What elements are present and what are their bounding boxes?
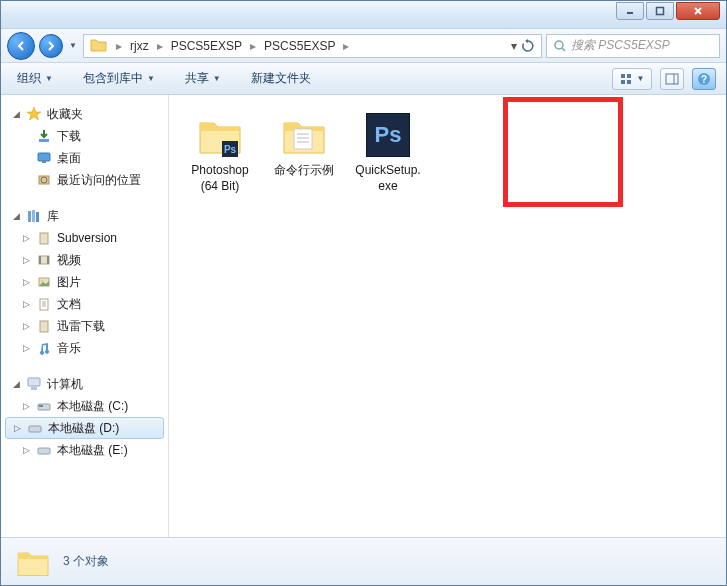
favorites-header[interactable]: ◢ 收藏夹 xyxy=(1,103,168,125)
breadcrumb-item[interactable]: rjxz xyxy=(126,39,153,53)
breadcrumb-item[interactable]: PSCS5EXSP xyxy=(167,39,246,53)
expand-arrow-icon[interactable]: ▷ xyxy=(21,277,31,287)
svg-rect-38 xyxy=(38,448,50,454)
status-text: 3 个对象 xyxy=(63,553,109,570)
svg-rect-36 xyxy=(39,405,43,407)
file-item-folder[interactable]: Ps Photoshop (64 Bit) xyxy=(181,107,259,198)
include-menu[interactable]: 包含到库中 ▼ xyxy=(77,66,161,91)
svg-rect-39 xyxy=(294,129,312,149)
sidebar-item-drive-e[interactable]: ▷本地磁盘 (E:) xyxy=(1,439,168,461)
svg-point-4 xyxy=(555,41,563,49)
library-icon xyxy=(35,230,53,246)
maximize-button[interactable] xyxy=(646,2,674,20)
folder-icon: Ps xyxy=(196,111,244,159)
sidebar-item-recent[interactable]: 最近访问的位置 xyxy=(1,169,168,191)
sidebar-item-subversion[interactable]: ▷Subversion xyxy=(1,227,168,249)
share-menu[interactable]: 共享 ▼ xyxy=(179,66,227,91)
sidebar-item-desktop[interactable]: 桌面 xyxy=(1,147,168,169)
computer-icon xyxy=(25,376,43,392)
file-label: QuickSetup.exe xyxy=(353,163,423,194)
close-button[interactable] xyxy=(676,2,720,20)
sidebar-item-drive-c[interactable]: ▷本地磁盘 (C:) xyxy=(1,395,168,417)
collapse-arrow-icon[interactable]: ◢ xyxy=(11,379,21,389)
sidebar-item-xunlei[interactable]: ▷迅雷下载 xyxy=(1,315,168,337)
window-controls xyxy=(616,2,720,20)
libraries-group: ◢ 库 ▷Subversion ▷视频 ▷图片 ▷文档 ▷迅雷下载 ▷音乐 xyxy=(1,205,168,359)
expand-arrow-icon[interactable]: ▷ xyxy=(12,423,22,433)
file-item-exe[interactable]: Ps QuickSetup.exe xyxy=(349,107,427,198)
history-dropdown[interactable]: ▼ xyxy=(67,36,79,56)
sidebar-item-pictures[interactable]: ▷图片 xyxy=(1,271,168,293)
explorer-window: ▼ ▸ rjxz ▸ PSCS5EXSP ▸ PSCS5EXSP ▸ ▾ 搜索 … xyxy=(0,0,727,586)
sidebar-item-music[interactable]: ▷音乐 xyxy=(1,337,168,359)
expand-arrow-icon[interactable]: ▷ xyxy=(21,233,31,243)
file-list[interactable]: Ps Photoshop (64 Bit) 命令行示例 Ps QuickSetu… xyxy=(169,95,726,537)
folder-icon xyxy=(280,111,328,159)
svg-rect-15 xyxy=(38,153,50,161)
svg-rect-7 xyxy=(627,74,631,78)
help-button[interactable]: ? xyxy=(692,68,716,90)
svg-rect-37 xyxy=(29,426,41,432)
sidebar-item-videos[interactable]: ▷视频 xyxy=(1,249,168,271)
expand-arrow-icon[interactable]: ▷ xyxy=(21,321,31,331)
svg-rect-10 xyxy=(666,74,678,84)
expand-arrow-icon[interactable]: ▷ xyxy=(21,299,31,309)
chevron-down-icon[interactable]: ▾ xyxy=(507,39,521,53)
favorites-group: ◢ 收藏夹 下载 桌面 最近访问的位置 xyxy=(1,103,168,191)
minimize-button[interactable] xyxy=(616,2,644,20)
forward-button[interactable] xyxy=(39,34,63,58)
organize-menu[interactable]: 组织 ▼ xyxy=(11,66,59,91)
expand-arrow-icon[interactable]: ▷ xyxy=(21,445,31,455)
svg-rect-16 xyxy=(42,161,46,163)
svg-rect-20 xyxy=(32,210,35,222)
svg-text:?: ? xyxy=(701,74,707,85)
sidebar-item-downloads[interactable]: 下载 xyxy=(1,125,168,147)
chevron-right-icon[interactable]: ▸ xyxy=(339,39,353,53)
refresh-button[interactable]: ▾ xyxy=(507,39,535,53)
video-icon xyxy=(35,252,53,268)
search-input[interactable]: 搜索 PSCS5EXSP xyxy=(546,34,720,58)
document-icon xyxy=(35,296,53,312)
svg-rect-14 xyxy=(39,139,49,142)
svg-rect-25 xyxy=(47,256,49,264)
libraries-header[interactable]: ◢ 库 xyxy=(1,205,168,227)
chevron-right-icon[interactable]: ▸ xyxy=(153,39,167,53)
breadcrumb[interactable]: ▸ rjxz ▸ PSCS5EXSP ▸ PSCS5EXSP ▸ ▾ xyxy=(83,34,542,58)
preview-pane-button[interactable] xyxy=(660,68,684,90)
newfolder-button[interactable]: 新建文件夹 xyxy=(245,66,317,91)
svg-rect-32 xyxy=(40,321,48,332)
expand-arrow-icon[interactable]: ▷ xyxy=(21,401,31,411)
svg-rect-6 xyxy=(621,74,625,78)
folder-icon xyxy=(15,544,51,580)
computer-header[interactable]: ◢ 计算机 xyxy=(1,373,168,395)
drive-icon xyxy=(26,420,44,436)
file-item-folder[interactable]: 命令行示例 xyxy=(265,107,343,183)
expand-arrow-icon[interactable]: ▷ xyxy=(21,343,31,353)
drive-icon xyxy=(35,398,53,414)
folder-icon xyxy=(90,37,108,55)
breadcrumb-item[interactable]: PSCS5EXSP xyxy=(260,39,339,53)
highlight-annotation xyxy=(503,97,623,207)
svg-rect-33 xyxy=(28,378,40,386)
chevron-right-icon[interactable]: ▸ xyxy=(112,39,126,53)
svg-rect-9 xyxy=(627,80,631,84)
collapse-arrow-icon[interactable]: ◢ xyxy=(11,109,21,119)
library-icon xyxy=(35,318,53,334)
back-button[interactable] xyxy=(7,32,35,60)
svg-rect-1 xyxy=(657,8,664,15)
sidebar-item-drive-d[interactable]: ▷本地磁盘 (D:) xyxy=(5,417,164,439)
libraries-icon xyxy=(25,208,43,224)
file-label: Photoshop (64 Bit) xyxy=(185,163,255,194)
sidebar[interactable]: ◢ 收藏夹 下载 桌面 最近访问的位置 xyxy=(1,95,169,537)
collapse-arrow-icon[interactable]: ◢ xyxy=(11,211,21,221)
chevron-right-icon[interactable]: ▸ xyxy=(246,39,260,53)
statusbar: 3 个对象 xyxy=(1,537,726,585)
expand-arrow-icon[interactable]: ▷ xyxy=(21,255,31,265)
view-button[interactable]: ▼ xyxy=(612,68,652,90)
sidebar-item-documents[interactable]: ▷文档 xyxy=(1,293,168,315)
svg-rect-24 xyxy=(39,256,41,264)
navbar: ▼ ▸ rjxz ▸ PSCS5EXSP ▸ PSCS5EXSP ▸ ▾ 搜索 … xyxy=(1,29,726,63)
svg-rect-8 xyxy=(621,80,625,84)
toolbar: 组织 ▼ 包含到库中 ▼ 共享 ▼ 新建文件夹 ▼ ? xyxy=(1,63,726,95)
search-placeholder: 搜索 PSCS5EXSP xyxy=(571,37,670,54)
